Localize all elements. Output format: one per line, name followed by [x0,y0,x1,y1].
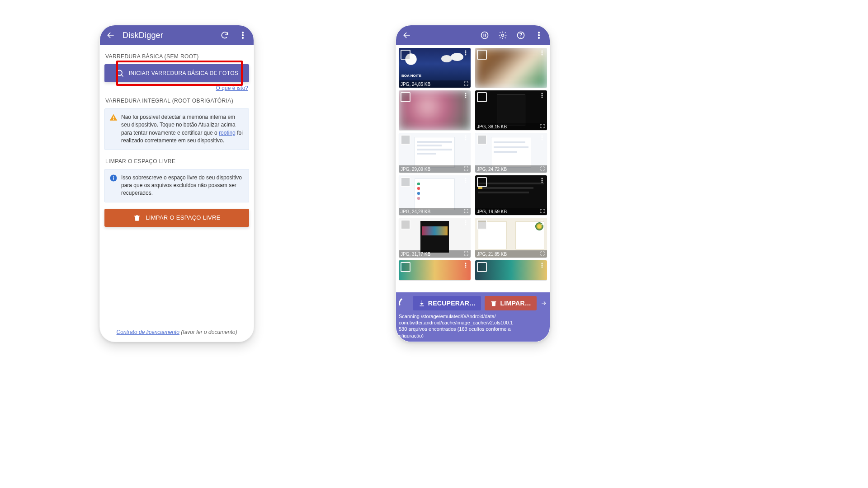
basic-scan-button[interactable]: INICIAR VARREDURA BÁSICA DE FOTOS [104,64,249,82]
svg-point-24 [542,54,542,55]
help-icon[interactable] [514,29,527,42]
thumb-size: JPG, 24,85 KB [401,82,430,87]
thumb-size: JPG, 31,77 KB [401,252,430,257]
more-icon[interactable] [462,92,469,99]
checkbox[interactable] [401,262,410,272]
checkbox[interactable] [401,92,410,102]
svg-point-50 [465,265,466,266]
thumbnail[interactable]: BOA NOITE JPG, 24,85 KB [399,48,471,88]
svg-point-52 [542,263,542,264]
highlighted-area: INICIAR VARREDURA BÁSICA DE FOTOS [104,64,249,82]
thumbnail[interactable]: JPG, 19,59 KB [475,175,547,215]
pause-icon[interactable] [478,29,491,42]
svg-point-10 [502,34,504,37]
scan-log: Scanning /storage/emulated/0/Android/dat… [399,313,547,339]
checkbox[interactable] [401,220,410,230]
download-icon [418,300,425,307]
expand-icon[interactable] [539,123,546,129]
expand-icon[interactable] [463,208,469,214]
svg-point-34 [542,136,542,136]
checkbox[interactable] [477,135,487,145]
appbar-right [396,25,550,45]
more-icon[interactable] [462,49,469,56]
checkbox[interactable] [401,50,410,60]
svg-point-39 [465,182,466,183]
checkbox[interactable] [477,220,487,230]
expand-icon[interactable] [539,250,546,257]
arrow-right-icon [540,300,547,307]
recover-button[interactable]: RECUPERAR… [413,296,481,310]
spinner-icon [397,296,411,310]
svg-point-31 [465,136,466,136]
expand-icon[interactable] [463,250,469,257]
expand-icon[interactable] [539,208,546,214]
thumbnail[interactable]: JPG, 21,85 KB [475,218,547,258]
more-icon[interactable] [462,262,469,269]
svg-point-21 [465,54,466,55]
trash-icon [490,300,497,307]
thumbnail[interactable]: JPG, 38,15 KB [475,90,547,130]
thumbnail[interactable]: JPG, 29,09 KB [399,133,471,173]
thumb-size: JPG, 21,85 KB [477,252,507,257]
svg-point-53 [542,265,542,266]
warning-icon [109,113,118,122]
results-grid[interactable]: BOA NOITE JPG, 24,85 KB [396,45,550,283]
svg-point-42 [542,182,542,183]
clean-button[interactable]: LIMPAR… [485,296,537,310]
what-is-this-link[interactable]: O que é isto? [216,85,248,91]
back-icon[interactable] [401,29,413,42]
checkbox[interactable] [401,177,410,187]
log-line-3: 530 arquivos encontrados (163 ocultos co… [399,326,547,332]
thumb-size: JPG, 24,28 KB [401,209,430,214]
thumbnail[interactable] [399,260,471,280]
svg-point-54 [542,267,542,267]
more-vertical-icon[interactable] [533,29,545,42]
more-icon[interactable] [538,262,546,269]
license-link[interactable]: Contrato de licenciamento [117,329,179,335]
checkbox[interactable] [477,92,487,102]
gear-icon[interactable] [496,29,509,42]
more-icon[interactable] [538,219,546,226]
more-icon[interactable] [462,134,469,141]
wipe-button[interactable]: LIMPAR O ESPAÇO LIVRE [104,209,249,227]
app-title: DiskDigger [123,31,163,40]
thumbnail[interactable]: JPG, 24,28 KB [399,175,471,215]
appbar: DiskDigger [100,25,254,45]
svg-point-2 [242,38,244,39]
thumbnail[interactable]: JPG, 31,77 KB [399,218,471,258]
more-icon[interactable] [462,219,469,226]
thumbnail[interactable]: JPG, 24,72 KB [475,133,547,173]
section-wipe-title: LIMPAR O ESPAÇO LIVRE [105,158,248,164]
section-full-title: VARREDURA INTEGRAL (ROOT OBRIGATÓRIA) [105,98,248,104]
thumb-size: JPG, 38,15 KB [477,124,507,129]
more-icon[interactable] [462,177,469,184]
more-icon[interactable] [538,49,546,56]
expand-icon[interactable] [463,80,469,87]
svg-point-36 [542,139,542,140]
refresh-icon[interactable] [218,29,231,42]
more-vertical-icon[interactable] [236,29,249,42]
svg-point-45 [465,224,466,225]
more-icon[interactable] [538,92,546,99]
expand-icon[interactable] [539,165,546,172]
svg-point-14 [538,35,540,36]
expand-icon[interactable] [463,165,469,172]
back-icon[interactable] [104,29,117,42]
thumbnail[interactable] [399,90,471,130]
thumbnail[interactable] [475,48,547,88]
svg-point-46 [542,221,542,221]
rooting-link[interactable]: rooting [219,130,236,136]
checkbox[interactable] [477,50,487,60]
svg-point-30 [542,97,542,98]
svg-point-44 [465,222,466,223]
checkbox[interactable] [401,135,410,145]
trash-icon [133,214,141,222]
thumbnail[interactable] [475,260,547,280]
more-icon[interactable] [538,134,546,141]
checkbox[interactable] [477,177,487,187]
svg-rect-7 [113,177,114,179]
checkbox[interactable] [477,262,487,272]
svg-point-18 [451,53,463,61]
svg-point-3 [117,70,122,75]
more-icon[interactable] [538,177,546,184]
